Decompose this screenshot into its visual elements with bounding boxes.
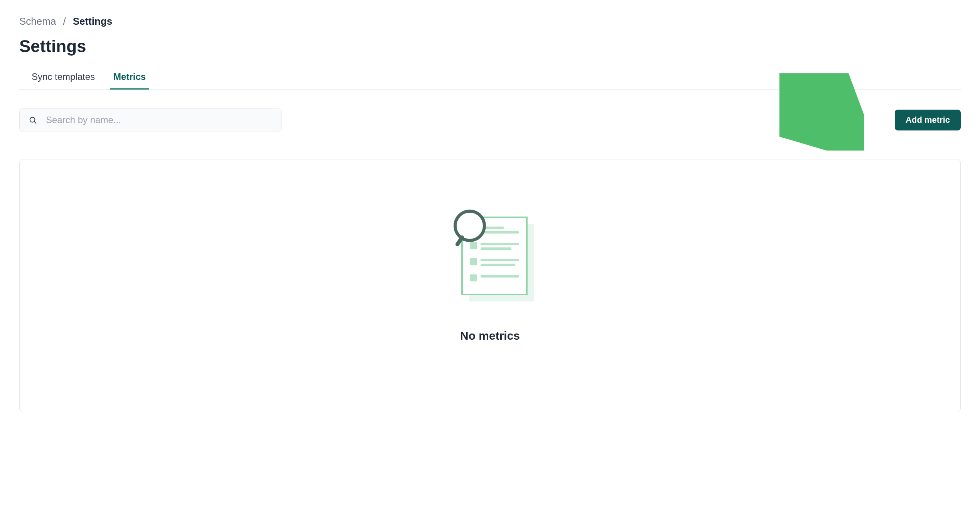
tab-metrics[interactable]: Metrics — [113, 71, 146, 89]
search-field-wrap — [19, 108, 282, 132]
svg-rect-14 — [470, 274, 477, 281]
svg-rect-15 — [481, 275, 519, 278]
tabs: Sync templates Metrics — [19, 71, 961, 90]
tab-sync-templates[interactable]: Sync templates — [32, 71, 95, 89]
empty-state-title: No metrics — [460, 329, 520, 342]
page-title: Settings — [19, 37, 961, 56]
svg-line-1 — [34, 122, 36, 123]
add-metric-button[interactable]: Add metric — [895, 110, 961, 130]
toolbar: Add metric — [19, 108, 961, 132]
breadcrumb-current: Settings — [73, 15, 113, 27]
empty-state-card: No metrics — [19, 159, 961, 412]
search-icon — [29, 116, 37, 124]
svg-point-16 — [455, 211, 484, 240]
svg-rect-13 — [481, 264, 515, 266]
svg-rect-9 — [481, 243, 519, 245]
svg-rect-12 — [481, 259, 519, 261]
breadcrumb-parent[interactable]: Schema — [19, 15, 56, 27]
svg-rect-8 — [470, 242, 477, 249]
svg-rect-7 — [481, 231, 519, 234]
search-input[interactable] — [19, 108, 282, 132]
empty-state-illustration — [446, 206, 535, 306]
breadcrumb-separator: / — [63, 15, 66, 27]
svg-rect-11 — [470, 258, 477, 265]
svg-rect-10 — [481, 247, 511, 250]
breadcrumb: Schema / Settings — [19, 15, 961, 27]
